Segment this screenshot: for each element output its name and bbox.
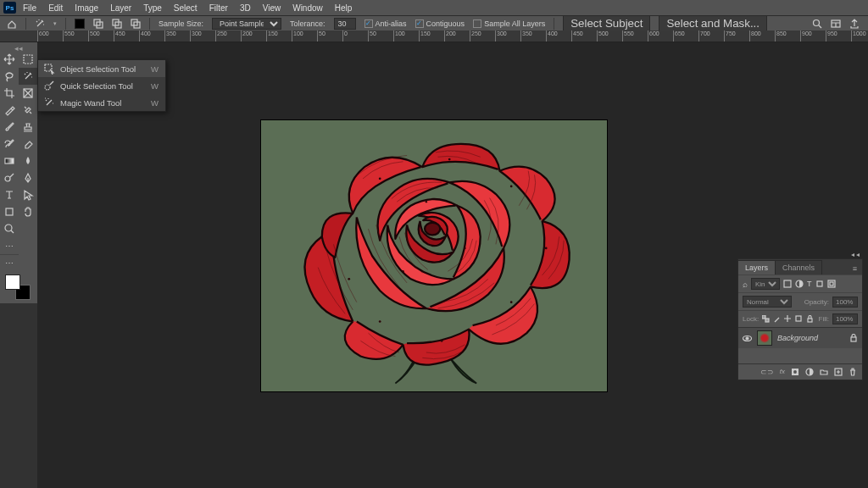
layer-fx-icon[interactable]: fx [780,368,785,376]
flyout-quick-selection[interactable]: Quick Selection Tool W [38,77,165,94]
visibility-icon[interactable] [743,334,752,343]
svg-rect-10 [5,158,14,164]
quick-selection-icon [43,80,55,92]
flyout-magic-wand[interactable]: Magic Wand Tool W [38,94,165,111]
lasso-tool[interactable] [0,68,19,85]
gradient-tool[interactable] [0,152,19,169]
lock-transparent-icon[interactable] [762,315,770,323]
flyout-shortcut: W [141,81,159,91]
lock-artboard-icon[interactable] [795,315,803,323]
lock-all-icon[interactable] [806,315,814,323]
color-swatches[interactable] [0,271,37,303]
menu-type[interactable]: Type [138,2,167,14]
dodge-tool[interactable] [0,169,19,186]
selection-mode-subtract[interactable] [112,19,122,29]
separator [149,18,150,30]
eraser-tool[interactable] [19,136,37,152]
path-tool[interactable] [19,186,37,203]
home-icon[interactable] [7,19,17,29]
menu-select[interactable]: Select [169,2,203,14]
new-layer-icon[interactable] [834,368,843,376]
lock-pixels-icon[interactable] [773,315,781,323]
filter-smart-icon[interactable] [827,280,836,288]
menu-layer[interactable]: Layer [105,2,136,14]
hand-tool[interactable] [19,203,37,220]
fill-input[interactable] [832,313,858,324]
menu-edit[interactable]: Edit [43,2,68,14]
menu-image[interactable]: Image [70,2,103,14]
search-icon[interactable]: ⌕ [743,280,748,289]
filter-kind-select[interactable]: Kind [751,278,780,290]
eyedropper-tool[interactable] [0,102,19,119]
sample-all-checkbox[interactable]: Sample All Layers [473,19,545,28]
menu-file[interactable]: File [18,2,42,14]
blend-mode-select[interactable]: Normal [743,296,792,308]
panel-menu-icon[interactable]: ≡ [848,263,862,274]
shape-tool[interactable] [0,203,19,220]
marquee-tool[interactable] [19,51,37,68]
healing-tool[interactable] [19,102,37,119]
add-mask-icon[interactable] [791,368,799,376]
opacity-input[interactable] [832,297,858,308]
lock-icon[interactable] [849,334,858,342]
dropdown-chevron-icon[interactable]: ▾ [53,20,57,27]
contiguous-label: Contiguous [426,19,465,28]
search-icon[interactable] [812,19,822,29]
group-icon[interactable] [820,368,828,376]
tolerance-input[interactable] [334,18,356,30]
menu-view[interactable]: View [258,2,287,14]
frame-tool[interactable] [19,85,37,102]
filter-adjust-icon[interactable] [795,280,804,288]
lock-position-icon[interactable] [784,315,792,323]
ruler-tick: 500 [88,30,114,42]
share-icon[interactable] [849,19,860,29]
svg-point-24 [379,177,381,180]
menu-window[interactable]: Window [287,2,328,14]
flyout-object-selection[interactable]: Object Selection Tool W [38,60,165,77]
filter-type-icon[interactable]: T [807,280,812,288]
wand-tool-icon[interactable] [35,19,45,29]
move-tool[interactable] [0,51,19,68]
canvas[interactable] [261,120,607,391]
edit-toolbar[interactable]: ⋯ [0,254,19,271]
blur-tool[interactable] [19,152,37,169]
adjustment-layer-icon[interactable] [805,368,814,376]
link-layers-icon[interactable]: ⊂⊃ [760,368,774,376]
delete-layer-icon[interactable] [849,368,857,376]
flyout-item-label: Object Selection Tool [60,64,136,74]
stamp-tool[interactable] [19,119,37,136]
pen-tool[interactable] [19,169,37,186]
ruler-tick: 500 [597,30,622,42]
selection-mode-add[interactable] [93,19,103,29]
foreground-color-swatch[interactable] [5,274,20,290]
filter-shape-icon[interactable] [815,280,824,288]
selection-mode-intersect[interactable] [131,19,141,29]
more-tools[interactable]: ⋯ [0,237,19,254]
filter-pixel-icon[interactable] [783,280,792,288]
type-tool[interactable] [0,186,19,203]
select-and-mask-button[interactable]: Select and Mask... [659,15,767,31]
history-brush-tool[interactable] [0,136,19,152]
magic-wand-tool[interactable] [19,68,37,85]
antialias-checkbox[interactable]: ✓Anti-alias [364,19,407,28]
select-subject-button[interactable]: Select Subject [563,15,650,31]
brush-tool[interactable] [0,119,19,136]
selection-mode-new[interactable] [75,19,85,29]
workspace-icon[interactable] [831,19,841,29]
panel-collapse-icon[interactable]: ◂◂ [737,251,863,258]
crop-tool[interactable] [0,85,19,102]
menu-help[interactable]: Help [330,2,358,14]
tool-flyout-menu: Object Selection Tool W Quick Selection … [37,59,166,112]
tab-channels[interactable]: Channels [776,260,822,274]
menu-filter[interactable]: Filter [204,2,233,14]
layer-row-background[interactable]: Background [738,327,862,348]
ruler-tick: 700 [698,30,724,42]
zoom-tool[interactable] [0,220,19,237]
sample-size-select[interactable]: Point Sample [212,18,281,30]
svg-point-11 [5,176,10,181]
root-t
      -tab-layers[interactable]: Layers [738,260,776,274]
contiguous-checkbox[interactable]: ✓Contiguous [415,19,465,28]
opacity-label: Opacity: [804,298,829,306]
menu-3d[interactable]: 3D [235,2,256,14]
toolbar-collapse-icon[interactable]: ◂◂ [0,44,37,51]
